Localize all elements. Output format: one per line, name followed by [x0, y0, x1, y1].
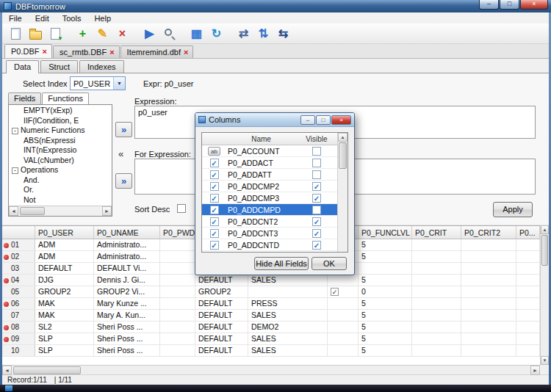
hscroll-thumb[interactable]	[20, 207, 45, 215]
grid-cell[interactable]	[516, 298, 540, 309]
grid-cell[interactable]	[160, 322, 195, 333]
menu-item-file[interactable]: File	[2, 13, 29, 23]
tab-close-icon[interactable]: ×	[108, 48, 114, 57]
tree-item-1[interactable]: IIF(lCondition, E	[9, 116, 112, 126]
export-dbf-button[interactable]: ⇆	[273, 25, 293, 43]
grid-cell[interactable]: GROUP2	[195, 286, 248, 297]
grid-cell[interactable]	[160, 275, 195, 286]
tree-item-4[interactable]: INT(nExpressio	[9, 145, 112, 156]
grid-cell[interactable]: ADM	[35, 251, 94, 262]
hide-all-fields-button[interactable]: Hide All Fields	[254, 257, 309, 270]
grid-cell[interactable]: DEFAULT	[35, 263, 94, 274]
menu-item-edit[interactable]: Edit	[29, 13, 56, 23]
tree-collapse-icon[interactable]: -	[12, 128, 18, 134]
doc-tab-itemremind-dbf[interactable]: Itemremind.dbf×	[120, 46, 194, 58]
dialog-field-row-1[interactable]: ✓P0_ADDACT	[202, 157, 347, 169]
grid-cell[interactable]	[516, 286, 540, 297]
menu-item-help[interactable]: Help	[87, 13, 118, 23]
grid-cell[interactable]: 5	[359, 239, 412, 250]
grid-cell[interactable]	[516, 310, 540, 321]
grid-column-header-7[interactable]: P0_FUNCLVL	[359, 226, 412, 239]
field-checkbox-checked[interactable]: ✓	[210, 229, 219, 238]
dialog-field-row-3[interactable]: ✓P0_ADDCMP2✓	[202, 181, 347, 192]
grid-cell[interactable]: SLP	[35, 345, 94, 356]
grid-cell[interactable]	[516, 275, 540, 286]
dialog-scroll-thumb[interactable]	[339, 142, 347, 169]
dialog-minimize-button[interactable]: –	[300, 115, 315, 125]
grid-cell[interactable]: Dennis J. Gi...	[94, 275, 160, 286]
grid-row-10[interactable]: 10SLPSheri Poss ...DEFAULTSALES5	[2, 345, 540, 357]
grid-cell[interactable]	[516, 345, 540, 356]
grid-cell[interactable]: 5	[359, 322, 412, 333]
title-bar[interactable]: DBFtomorrow – □ ×	[0, 0, 551, 12]
grid-hscrollbar[interactable]: ◄ ►	[2, 365, 540, 374]
grid-cell[interactable]: DEFAULT	[195, 322, 248, 333]
grid-row-04[interactable]: 04DJGDennis J. Gi...DEFAULTSALES5	[2, 275, 540, 286]
doc-tab-p0-dbf[interactable]: P0.DBF×	[4, 44, 52, 58]
grid-cell[interactable]: Administrato...	[94, 239, 160, 250]
dialog-maximize-button[interactable]: □	[316, 115, 331, 125]
scroll-right-icon[interactable]: ►	[530, 366, 540, 375]
grid-cell[interactable]: DEMO2	[248, 322, 328, 333]
grid-cell[interactable]: GROUP2	[35, 286, 94, 297]
grid-cell[interactable]	[516, 263, 540, 274]
tab-indexes[interactable]: Indexes	[79, 60, 124, 73]
grid-cell[interactable]	[461, 310, 516, 321]
grid-cell[interactable]: DJG	[35, 275, 94, 286]
visible-checkbox[interactable]	[312, 206, 321, 214]
row-header-01[interactable]: 01	[2, 239, 35, 250]
grid-cell[interactable]	[461, 251, 516, 262]
functions-hscrollbar[interactable]: ◄ ►	[9, 206, 112, 216]
grid-cell[interactable]	[412, 322, 461, 333]
menu-item-tools[interactable]: Tools	[56, 13, 88, 23]
visible-checkbox-checked[interactable]: ✓	[312, 229, 321, 238]
visible-checkbox[interactable]	[312, 159, 321, 167]
hscroll-thumb[interactable]	[13, 366, 81, 374]
tab-close-icon[interactable]: ×	[41, 47, 47, 56]
grid-cell[interactable]: 5	[359, 251, 412, 262]
columns-button[interactable]: ▦	[187, 25, 206, 43]
grid-cell[interactable]	[328, 345, 359, 356]
edit-record-button[interactable]: ✎	[93, 25, 112, 43]
grid-cell[interactable]	[160, 333, 195, 344]
grid-cell[interactable]	[461, 263, 516, 274]
grid-row-05[interactable]: 05GROUP2GROUP2 Vi...GROUP2✓0	[2, 286, 540, 298]
field-checkbox-checked[interactable]: ✓	[210, 194, 219, 203]
grid-cell[interactable]: DEFAULT	[195, 275, 248, 286]
scroll-right-icon[interactable]: ►	[102, 206, 112, 216]
dialog-field-row-6[interactable]: ✓P0_ADDCNT2✓	[202, 216, 347, 228]
field-checkbox-checked[interactable]: ✓	[210, 170, 219, 179]
grid-cell[interactable]: 5	[359, 310, 412, 321]
dialog-field-row-5[interactable]: ✓P0_ADDCMPD	[202, 204, 347, 216]
tree-item-0[interactable]: EMPTY(xExp)	[9, 106, 112, 116]
scroll-up-icon[interactable]: ▲	[541, 225, 549, 234]
row-header-02[interactable]: 02	[2, 251, 35, 262]
tab-close-icon[interactable]: ×	[182, 48, 188, 57]
grid-cell[interactable]	[328, 310, 359, 321]
row-header-04[interactable]: 04	[2, 275, 35, 286]
grid-cell[interactable]: PRESS	[248, 298, 328, 309]
visible-checkbox-checked[interactable]: ✓	[312, 182, 321, 191]
grid-cell[interactable]	[328, 322, 359, 333]
refresh-button[interactable]: ↻	[206, 25, 226, 43]
grid-cell[interactable]: SL2	[35, 322, 94, 333]
add-record-button[interactable]: +	[73, 25, 93, 43]
grid-column-header-3[interactable]: P0_PWD	[160, 226, 195, 239]
tree-item-9[interactable]: Not	[9, 195, 112, 206]
sort-desc-checkbox[interactable]	[177, 204, 186, 213]
tab-struct[interactable]: Struct	[40, 60, 78, 73]
row-header-06[interactable]: 06	[2, 298, 35, 309]
dialog-close-button[interactable]: ×	[331, 115, 351, 125]
goto-record-button[interactable]: ▶	[140, 25, 159, 43]
grid-cell[interactable]	[516, 333, 540, 344]
tree-item-3[interactable]: ABS(nExpressi	[9, 136, 112, 146]
grid-cell[interactable]: Sheri Poss ...	[94, 345, 160, 356]
grid-cell[interactable]	[461, 239, 516, 250]
dialog-title-bar[interactable]: Columns – □ ×	[195, 113, 354, 127]
grid-cell[interactable]: MAK	[35, 310, 94, 321]
taskbar[interactable]	[0, 385, 551, 392]
grid-cell[interactable]	[328, 275, 359, 286]
add-to-expression-button[interactable]: »	[115, 122, 132, 137]
maximize-button[interactable]: □	[500, 0, 519, 10]
scroll-down-icon[interactable]: ▼	[541, 356, 549, 365]
